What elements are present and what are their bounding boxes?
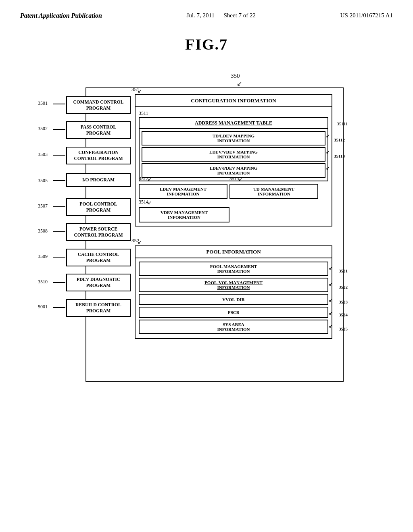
pool-sub-3525: SYS AREA INFORMATION ↙ 3525	[139, 320, 328, 334]
header-publication: Patent Application Publication	[20, 12, 102, 19]
label-35112: 35112	[334, 137, 345, 142]
id-3510: 3510	[38, 279, 48, 285]
line-3509	[53, 257, 65, 258]
arrow-3521: ↙	[329, 266, 332, 271]
arrow-3512: ↙	[148, 177, 152, 182]
diagram-area: 350 ↙ 3501 COMMAND CONTROL PROGRAM 3502 …	[33, 65, 380, 396]
label-3525: 3525	[339, 326, 348, 331]
block-352-title: POOL INFORMATION	[136, 246, 332, 258]
arrow-3513: ↙	[238, 177, 242, 182]
figure-title: FIG.7	[0, 35, 413, 53]
page: Patent Application Publication Jul. 7, 2…	[0, 0, 413, 532]
wrapper-3514: 3514 ↙ VDEV MANAGEMENT INFORMATION	[139, 207, 328, 222]
block-3512: LDEV MANAGEMENT INFORMATION	[139, 184, 227, 199]
pool-sub-3521: POOL MANAGEMENT INFORMATION ↙ 3521	[139, 262, 328, 276]
outer-box-350: 3501 COMMAND CONTROL PROGRAM 3502 PASS C…	[86, 87, 344, 382]
label-3511: 3511	[139, 110, 328, 116]
arrow-3522: ↙	[329, 282, 332, 287]
addr-mgmt-inner: TD/LDEV MAPPING INFORMATION ↙ 35112 LDEV…	[140, 129, 327, 181]
addr-mgmt-box: 35111 ADDRESS MANAGEMENT TABLE TD/LDEV M…	[139, 117, 328, 181]
id-3505: 3505	[38, 178, 48, 184]
label-3522: 3522	[339, 285, 348, 289]
block-352-inner: POOL MANAGEMENT INFORMATION ↙ 3521 POOL-…	[136, 258, 332, 338]
prog-box-5001: REBUILD CONTROL PROGRAM	[66, 299, 131, 317]
block-351-title: CONFIGURATION INFORMATION	[136, 95, 332, 107]
sub-box-35113: LDEV/VDEV MAPPING INFORMATION ↙ 35113	[142, 147, 325, 162]
pool-sub-3523: VVOL-DIR ↙ 3523	[139, 294, 328, 305]
line-3501	[53, 104, 65, 104]
block-352: 352 ↙ POOL INFORMATION POOL MANAGEMENT I…	[135, 245, 332, 339]
arrow-35112: ↙	[326, 133, 330, 139]
arrow-35114: ↙	[326, 166, 330, 171]
pool-sub-3522: POOL-VOL MANAGEMENT INFORMATION ↙ 3522	[139, 278, 328, 292]
line-3502	[53, 129, 65, 130]
header-date: Jul. 7, 2011	[187, 12, 215, 19]
arrow-352: ↙	[138, 239, 142, 245]
prog-box-3508: POWER SOURCE CONTROL PROGRAM	[66, 223, 131, 241]
sub-box-35112: TD/LDEV MAPPING INFORMATION ↙ 35112	[142, 131, 325, 145]
label-3513: 3513	[229, 176, 239, 182]
block-351: 351 ↙ CONFIGURATION INFORMATION 3511 ↙ 3…	[135, 94, 332, 227]
id-3508: 3508	[38, 228, 48, 234]
arrow-350: ↙	[237, 80, 242, 87]
line-3505	[53, 180, 65, 181]
id-3509: 3509	[38, 254, 48, 260]
arrow-3525: ↙	[329, 324, 332, 329]
prog-box-3507: POOL CONTROL PROGRAM	[66, 198, 131, 216]
label-3514: 3514	[139, 199, 148, 205]
line-3510	[53, 282, 65, 283]
id-5001: 5001	[38, 304, 48, 310]
prog-box-3510: PDEV DIAGNOSTIC PROGRAM	[66, 274, 131, 291]
arrow-3524: ↙	[329, 311, 332, 316]
id-3503: 3503	[38, 152, 48, 158]
header-patent-number: US 2011/0167215 A1	[340, 12, 393, 19]
wrapper-3512: 3512 ↙ LDEV MANAGEMENT INFORMATION	[139, 184, 227, 199]
block-3513: TD MANAGEMENT INFORMATION	[229, 184, 318, 199]
id-3501: 3501	[38, 100, 48, 106]
label-35113: 35113	[334, 154, 345, 158]
line-3508	[53, 231, 65, 232]
prog-box-3503: CONFIGURATION CONTROL PROGRAM	[66, 147, 131, 164]
header-date-sheet: Jul. 7, 2011 Sheet 7 of 22	[187, 12, 256, 19]
label-350: 350	[231, 73, 240, 79]
arrow-351: ↙	[138, 88, 142, 94]
header-sheet: Sheet 7 of 22	[224, 12, 256, 19]
pool-sub-3524: PSCB ↙ 3524	[139, 307, 328, 318]
arrow-3514: ↙	[148, 200, 152, 206]
line-3507	[53, 206, 65, 207]
arrow-3523: ↙	[329, 298, 332, 303]
arrow-35113: ↙	[326, 150, 330, 155]
prog-box-3501: COMMAND CONTROL PROGRAM	[66, 96, 131, 114]
block-351-inner: 3511 ↙ 35111 ADDRESS MANAGEMENT TABLE	[136, 107, 332, 226]
line-3503	[53, 155, 65, 156]
label-3512: 3512	[139, 176, 148, 182]
label-3524: 3524	[339, 312, 348, 317]
block-3514: VDEV MANAGEMENT INFORMATION	[139, 207, 229, 222]
prog-box-3502: PASS CONTROL PROGRAM	[66, 121, 131, 139]
wrapper-3513: 3513 ↙ TD MANAGEMENT INFORMATION	[229, 184, 318, 199]
addr-mgmt-header: ADDRESS MANAGEMENT TABLE	[140, 118, 327, 129]
label-35111: 35111	[337, 121, 348, 126]
id-3502: 3502	[38, 126, 48, 132]
label-3523: 3523	[339, 299, 348, 304]
prog-box-3509: CACHE CONTROL PROGRAM	[66, 249, 131, 266]
bottom-row: 3512 ↙ LDEV MANAGEMENT INFORMATION 3513 …	[139, 184, 328, 199]
prog-box-3505: I/O PROGRAM	[66, 173, 131, 187]
label-3521: 3521	[339, 268, 348, 273]
line-5001	[53, 307, 65, 308]
id-3507: 3507	[38, 203, 48, 209]
header: Patent Application Publication Jul. 7, 2…	[0, 0, 413, 23]
